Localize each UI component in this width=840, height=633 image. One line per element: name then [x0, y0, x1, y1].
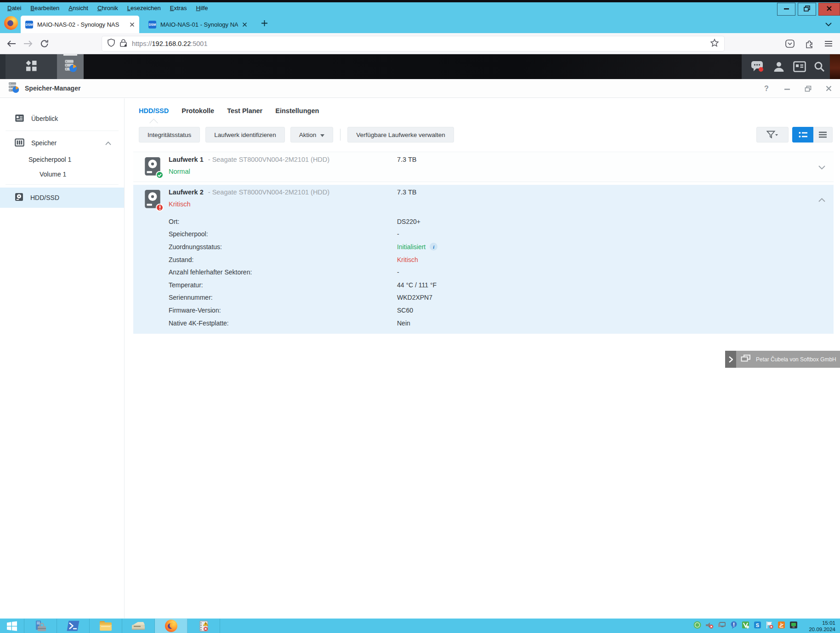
forward-icon[interactable] — [22, 38, 34, 50]
menu-history[interactable]: Chronik — [93, 4, 123, 12]
remote-session-overlay: Petar Čubela von Softbox GmbH — [725, 351, 840, 368]
sidebar-item-overview[interactable]: Überblick — [0, 109, 124, 128]
tray-icon-s-app[interactable]: S — [754, 621, 761, 631]
app-window-controls: ? — [762, 79, 833, 98]
tray-icon-green-badge[interactable] — [693, 621, 701, 631]
detail-view-button[interactable] — [792, 127, 813, 143]
sidebar-item-storagepool1[interactable]: Speicherpool 1 — [0, 152, 124, 167]
window-title: Speicher-Manager — [25, 85, 80, 92]
status-ok-badge-icon — [156, 171, 164, 179]
help-button[interactable]: ? — [762, 85, 771, 93]
chevron-up-icon[interactable] — [818, 196, 825, 204]
filter-button[interactable] — [756, 127, 789, 143]
detail-value: DS220+ — [397, 218, 420, 225]
sidebar-item-label: Überblick — [31, 115, 58, 122]
tray-icon-volume-muted[interactable] — [705, 622, 714, 631]
taskbar-item-scanner[interactable] — [122, 619, 155, 633]
toolbar-row: Integritätsstatus Laufwerk identifiziere… — [125, 123, 840, 146]
tab-close-icon[interactable] — [242, 22, 247, 27]
sidebar-item-hdd-ssd[interactable]: HDD/SSD — [0, 188, 124, 208]
app-close-button[interactable] — [824, 85, 833, 93]
view-toggle-group — [756, 127, 833, 143]
dsm-taskbar-storage-manager-button[interactable] — [57, 54, 84, 79]
url-bar[interactable]: https://192.168.0.22:5001 — [102, 36, 724, 51]
chevron-up-icon[interactable] — [105, 139, 111, 147]
menu-file[interactable]: Datei — [3, 4, 26, 12]
sidebar-item-storage[interactable]: Speicher — [0, 134, 124, 152]
tracking-shield-icon[interactable] — [108, 39, 115, 49]
taskbar-item-file-explorer[interactable] — [90, 619, 122, 633]
detail-value: SC60 — [397, 307, 413, 314]
dsm-notifications-button[interactable] — [749, 54, 766, 79]
taskbar-item-logbook[interactable] — [187, 619, 220, 633]
detail-label: Zustand: — [169, 256, 193, 263]
tab-protokolle[interactable]: Protokolle — [182, 107, 214, 114]
dsm-topbar-edge — [0, 54, 6, 79]
tray-icon-help-balloon[interactable] — [730, 621, 738, 631]
manage-available-drives-button[interactable]: Verfügbare Laufwerke verwalten — [347, 127, 454, 143]
menu-help[interactable]: Hilfe — [192, 4, 213, 12]
sidebar-item-label: HDD/SSD — [30, 194, 59, 201]
browser-tab-active[interactable]: DSM MAIO-NAS-02 - Synology NAS — [21, 16, 139, 33]
browser-tab-inactive[interactable]: DSM MAIO-NAS-01 - Synology NAS — [144, 16, 252, 33]
app-minimize-button[interactable] — [783, 85, 791, 93]
menu-bookmarks[interactable]: Lesezeichen — [123, 4, 165, 12]
browser-menubar: Datei Bearbeiten Ansicht Chronik Lesezei… — [0, 2, 748, 14]
drive-status: Kritisch — [169, 200, 191, 208]
bookmark-star-icon[interactable] — [710, 39, 719, 49]
taskbar-item-devices[interactable] — [24, 619, 57, 633]
dsm-app-launcher-button[interactable] — [6, 54, 57, 79]
pocket-icon[interactable] — [784, 38, 796, 50]
overlay-bar[interactable]: Petar Čubela von Softbox GmbH — [736, 351, 840, 368]
dsm-user-button[interactable] — [771, 54, 787, 79]
back-icon[interactable] — [6, 38, 17, 50]
menu-edit[interactable]: Bearbeiten — [26, 4, 64, 12]
tab-close-icon[interactable] — [130, 22, 135, 27]
tray-icon-remote-control[interactable] — [789, 621, 798, 631]
hamburger-menu-icon[interactable] — [823, 38, 834, 50]
health-status-button[interactable]: Integritätsstatus — [139, 127, 200, 143]
tab-hdd-ssd[interactable]: HDD/SSD — [139, 107, 169, 114]
detail-label: Seriennummer: — [169, 294, 213, 301]
extensions-puzzle-icon[interactable] — [803, 38, 815, 50]
list-all-tabs-icon[interactable] — [825, 20, 832, 29]
storage-pool-icon — [15, 138, 24, 148]
reload-icon[interactable] — [39, 38, 51, 50]
sidebar-separator — [6, 184, 119, 185]
detail-row-ort: Ort: DS220+ — [169, 215, 834, 228]
tray-icon-network[interactable] — [718, 622, 726, 631]
tab-title: MAIO-NAS-01 - Synology NAS — [160, 21, 238, 28]
tab-test-planer[interactable]: Test Planer — [227, 107, 262, 114]
firefox-icon — [165, 620, 177, 632]
tab-einstellungen[interactable]: Einstellungen — [275, 107, 319, 114]
dsm-search-button[interactable] — [811, 54, 828, 79]
app-restore-button[interactable] — [804, 85, 812, 93]
tray-icon-shield-v[interactable] — [742, 621, 749, 631]
detail-value: - — [397, 230, 399, 238]
sidebar-item-volume1[interactable]: Volume 1 — [0, 167, 124, 182]
detail-value: Initialisiert — [397, 243, 426, 251]
drive-row-1[interactable]: Laufwerk 1 - Seagate ST8000VN004-2M2101 … — [133, 152, 834, 182]
info-icon[interactable]: i — [430, 243, 437, 251]
overlay-expand-button[interactable] — [725, 351, 736, 368]
tray-icon-flag-error[interactable] — [766, 621, 773, 631]
dsm-widgets-button[interactable] — [791, 54, 808, 79]
menu-tools[interactable]: Extras — [165, 4, 192, 12]
tray-icon-java-update[interactable] — [778, 621, 785, 631]
padlock-icon[interactable] — [119, 39, 127, 49]
taskbar-clock[interactable]: 15:01 20.09.2024 — [809, 620, 835, 633]
detail-value: 44 °C / 111 °F — [397, 281, 437, 289]
drive-row-2-header[interactable]: Laufwerk 2 - Seagate ST8000VN004-2M2101 … — [133, 185, 834, 213]
storage-manager-titlebar[interactable]: Speicher-Manager ? — [0, 79, 840, 98]
action-dropdown-button[interactable]: Aktion — [290, 127, 334, 143]
menu-view[interactable]: Ansicht — [64, 4, 93, 12]
compact-view-button[interactable] — [813, 127, 833, 143]
start-button[interactable] — [0, 619, 24, 633]
tabs-row: HDD/SSD Protokolle Test Planer Einstellu… — [125, 98, 840, 123]
chevron-down-icon[interactable] — [818, 163, 825, 171]
detail-row-zustand: Zustand: Kritisch — [169, 253, 834, 266]
taskbar-item-firefox[interactable] — [155, 619, 187, 633]
identify-drive-button[interactable]: Laufwerk identifizieren — [205, 127, 284, 143]
new-tab-button[interactable] — [261, 20, 268, 29]
taskbar-item-powershell[interactable] — [57, 619, 90, 633]
